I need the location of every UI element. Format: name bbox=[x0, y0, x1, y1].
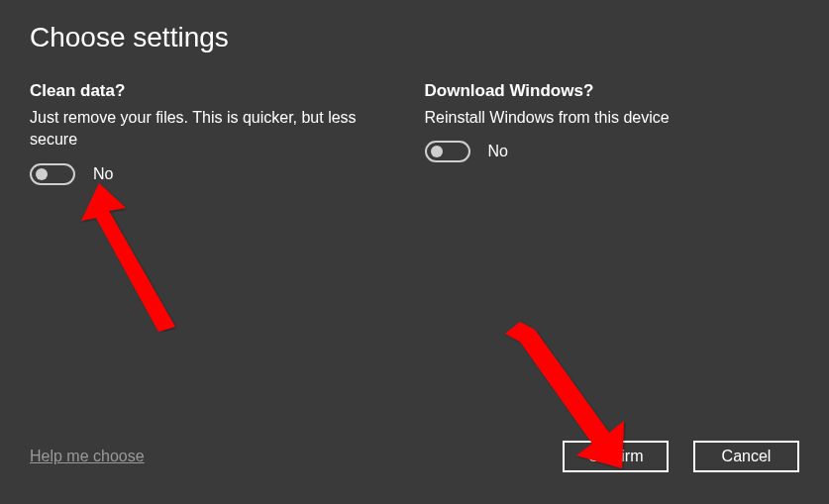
page-title: Choose settings bbox=[30, 22, 799, 53]
clean-data-heading: Clean data? bbox=[30, 81, 405, 101]
clean-data-toggle[interactable] bbox=[30, 163, 75, 185]
download-windows-toggle[interactable] bbox=[425, 141, 470, 162]
download-windows-heading: Download Windows? bbox=[425, 81, 800, 101]
setting-clean-data: Clean data? Just remove your files. This… bbox=[30, 81, 405, 185]
confirm-button[interactable]: Confirm bbox=[563, 441, 669, 472]
help-me-choose-link[interactable]: Help me choose bbox=[30, 448, 145, 465]
cancel-button[interactable]: Cancel bbox=[693, 441, 799, 472]
toggle-knob-icon bbox=[36, 168, 48, 180]
footer: Help me choose Confirm Cancel bbox=[30, 441, 799, 482]
download-windows-toggle-row: No bbox=[425, 141, 800, 162]
download-windows-description: Reinstall Windows from this device bbox=[425, 107, 800, 129]
toggle-knob-icon bbox=[431, 146, 443, 157]
settings-row: Clean data? Just remove your files. This… bbox=[30, 81, 799, 185]
button-row: Confirm Cancel bbox=[563, 441, 799, 472]
clean-data-description: Just remove your files. This is quicker,… bbox=[30, 107, 405, 151]
download-windows-toggle-label: No bbox=[488, 143, 508, 160]
setting-download-windows: Download Windows? Reinstall Windows from… bbox=[425, 81, 800, 185]
clean-data-toggle-label: No bbox=[93, 165, 113, 183]
clean-data-toggle-row: No bbox=[30, 163, 405, 185]
